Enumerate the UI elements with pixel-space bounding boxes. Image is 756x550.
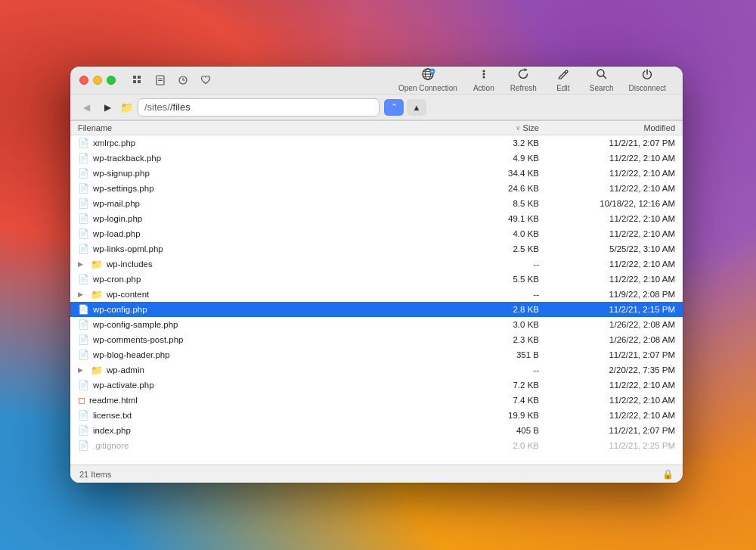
path-input[interactable]: /sites/ /files <box>138 98 380 117</box>
cell-modified: 1/26/22, 2:08 AM <box>539 320 675 329</box>
cell-modified: 11/2/22, 2:10 AM <box>539 275 675 284</box>
action-button[interactable]: Action <box>465 67 503 94</box>
cell-filename: 📄 wp-activate.php <box>78 380 471 390</box>
maximize-button[interactable] <box>107 76 116 85</box>
cell-filename: 📄 wp-signup.php <box>78 168 471 179</box>
table-row[interactable]: 📄 wp-login.php 49.1 KB 11/2/22, 2:10 AM <box>70 211 683 226</box>
svg-point-15 <box>482 70 485 73</box>
file-icon: 📄 <box>78 153 89 163</box>
disconnect-icon <box>641 68 653 82</box>
open-connection-button[interactable]: + Open Connection <box>391 67 465 94</box>
minimize-button[interactable] <box>93 76 102 85</box>
table-row[interactable]: 📄 wp-activate.php 7.2 KB 11/2/22, 2:10 A… <box>70 378 683 393</box>
table-row[interactable]: 📄 wp-links-opml.php 2.5 KB 5/25/22, 3:10… <box>70 241 683 256</box>
cell-modified: 11/2/21, 2:07 PM <box>539 350 675 359</box>
item-count: 21 Items <box>79 470 111 479</box>
file-icon: 📄 <box>78 425 89 436</box>
cell-modified: 11/9/22, 2:08 PM <box>539 290 675 299</box>
cell-size: 2.5 KB <box>471 244 539 253</box>
table-row[interactable]: 📄 wp-signup.php 34.4 KB 11/2/22, 2:10 AM <box>70 166 683 181</box>
cell-modified: 11/2/22, 2:10 AM <box>539 214 675 223</box>
titlebar-icons <box>128 70 215 90</box>
cell-size: 8.5 KB <box>471 199 539 208</box>
svg-rect-1 <box>138 76 141 79</box>
cell-filename: ◻ readme.html <box>78 395 471 406</box>
cell-modified: 11/2/21, 2:07 PM <box>539 426 675 435</box>
cell-modified: 11/2/22, 2:10 AM <box>539 184 675 193</box>
file-icon: 📄 <box>78 304 89 315</box>
chevron-icon: ▶ <box>78 366 85 374</box>
cell-filename: 📄 wp-mail.php <box>78 198 471 209</box>
table-row[interactable]: 📄 wp-cron.php 5.5 KB 11/2/22, 2:10 AM <box>70 272 683 287</box>
cell-size: 351 B <box>471 350 539 359</box>
svg-rect-3 <box>138 80 141 83</box>
grid-icon[interactable] <box>128 70 147 90</box>
folder-icon: 📁 <box>91 289 103 300</box>
cell-size: 19.9 KB <box>471 411 539 420</box>
file-icon: 📄 <box>78 168 89 179</box>
table-row[interactable]: 📄 wp-comments-post.php 2.3 KB 1/26/22, 2… <box>70 332 683 347</box>
table-row[interactable]: 📄 .gitignore 2.0 KB 11/2/21, 2:25 PM <box>70 438 683 453</box>
cell-size: 5.5 KB <box>471 275 539 284</box>
refresh-button[interactable]: Refresh <box>503 67 544 94</box>
close-button[interactable] <box>79 76 88 85</box>
column-header-modified[interactable]: Modified <box>539 123 675 132</box>
table-row[interactable]: ▶ 📁 wp-content -- 11/9/22, 2:08 PM <box>70 287 683 302</box>
cell-size: 49.1 KB <box>471 214 539 223</box>
table-row[interactable]: 📄 wp-settings.php 24.6 KB 11/2/22, 2:10 … <box>70 181 683 196</box>
table-row[interactable]: 📄 wp-load.php 4.0 KB 11/2/22, 2:10 AM <box>70 226 683 241</box>
file-icon: 📄 <box>78 213 89 224</box>
navigate-up-button[interactable]: ▲ <box>407 99 426 116</box>
table-row[interactable]: 📄 wp-config-sample.php 3.0 KB 1/26/22, 2… <box>70 317 683 332</box>
path-dropdown-button[interactable]: ⌃ <box>384 99 404 116</box>
table-row[interactable]: 📄 index.php 405 B 11/2/21, 2:07 PM <box>70 423 683 438</box>
forward-button[interactable]: ▶ <box>99 99 116 116</box>
back-button[interactable]: ◀ <box>78 99 94 116</box>
disconnect-button[interactable]: Disconnect <box>621 67 674 94</box>
file-icon: 📄 <box>78 350 89 360</box>
cell-filename: 📄 wp-settings.php <box>78 183 471 194</box>
column-header-size[interactable]: ∨ Size <box>471 123 539 132</box>
cell-filename: 📄 wp-login.php <box>78 213 471 224</box>
cell-size: 7.4 KB <box>471 396 539 405</box>
cell-filename: 📄 index.php <box>78 425 471 436</box>
table-row[interactable]: 📄 wp-blog-header.php 351 B 11/2/21, 2:07… <box>70 347 683 362</box>
bookmark-icon[interactable] <box>150 70 170 90</box>
heart-icon[interactable] <box>196 70 215 90</box>
table-row[interactable]: 📄 license.txt 19.9 KB 11/2/22, 2:10 AM <box>70 408 683 423</box>
search-button[interactable]: Search <box>582 67 621 94</box>
table-row[interactable]: 📄 xmlrpc.php 3.2 KB 11/2/21, 2:07 PM <box>70 135 683 151</box>
path-site: /sites/ <box>144 101 170 113</box>
file-icon: 📄 <box>78 380 89 390</box>
table-row[interactable]: ▶ 📁 wp-admin -- 2/20/22, 7:35 PM <box>70 362 683 378</box>
chevron-icon: ▶ <box>78 260 85 268</box>
current-folder-icon: 📁 <box>120 101 133 113</box>
file-icon: 📄 <box>78 244 89 254</box>
table-row[interactable]: 📄 wp-config.php 2.8 KB 11/2/21, 2:15 PM <box>70 302 683 317</box>
file-list-header: Filename ∨ Size Modified <box>70 121 683 135</box>
refresh-label: Refresh <box>510 84 537 92</box>
svg-line-20 <box>603 76 606 79</box>
disconnect-label: Disconnect <box>629 84 666 92</box>
cell-filename: 📄 wp-cron.php <box>78 274 471 284</box>
toolbar-buttons: + Open Connection Action <box>391 67 674 94</box>
cell-size: -- <box>471 259 539 269</box>
table-row[interactable]: ▶ 📁 wp-includes -- 11/2/22, 2:10 AM <box>70 256 683 272</box>
search-label: Search <box>590 84 614 92</box>
cell-modified: 5/25/22, 3:10 AM <box>539 244 675 253</box>
cell-size: 3.0 KB <box>471 320 539 329</box>
cell-modified: 11/2/22, 2:10 AM <box>539 381 675 390</box>
cell-filename: ▶ 📁 wp-includes <box>78 259 471 270</box>
edit-label: Edit <box>556 84 569 92</box>
table-row[interactable]: 📄 wp-trackback.php 4.9 KB 11/2/22, 2:10 … <box>70 151 683 166</box>
table-row[interactable]: 📄 wp-mail.php 8.5 KB 10/18/22, 12:16 AM <box>70 196 683 211</box>
cell-size: 3.2 KB <box>471 138 539 148</box>
table-row[interactable]: ◻ readme.html 7.4 KB 11/2/22, 2:10 AM <box>70 393 683 408</box>
history-icon[interactable] <box>173 70 193 90</box>
edit-button[interactable]: Edit <box>544 67 582 94</box>
addressbar: ◀ ▶ 📁 /sites/ /files ⌃ ▲ <box>70 95 683 120</box>
cell-modified: 11/2/22, 2:10 AM <box>539 169 675 178</box>
action-icon <box>478 68 490 82</box>
column-header-filename[interactable]: Filename <box>78 123 471 132</box>
edit-icon <box>557 68 569 82</box>
